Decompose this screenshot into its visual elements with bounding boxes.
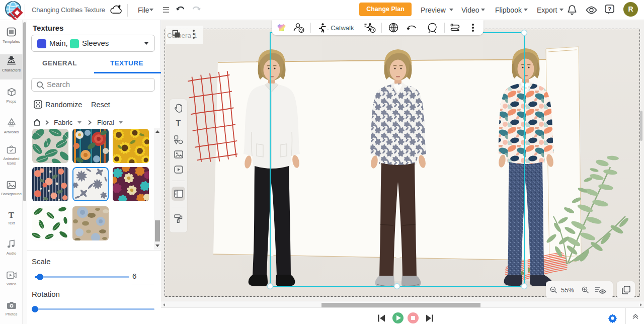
svg-text:?: ? <box>608 6 611 12</box>
